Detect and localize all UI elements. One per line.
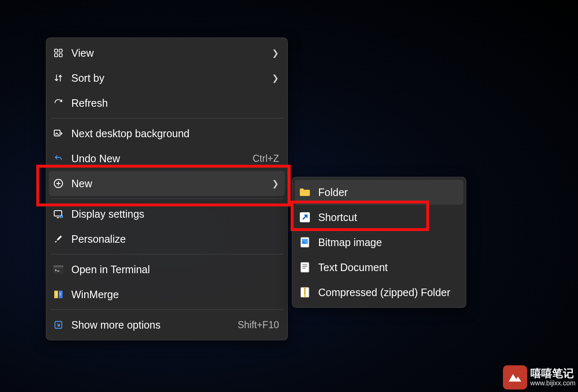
menu-divider	[50, 254, 283, 254]
menu-item-winmerge[interactable]: WinMerge	[49, 282, 285, 307]
menu-label: View	[71, 47, 272, 59]
svg-rect-2	[55, 54, 58, 57]
submenu-item-shortcut[interactable]: Shortcut	[295, 205, 463, 230]
zip-icon	[299, 286, 311, 298]
plus-circle-icon	[53, 178, 64, 189]
submenu-item-text-document[interactable]: Text Document	[295, 255, 463, 280]
text-document-icon	[299, 261, 311, 273]
menu-label: New	[71, 178, 272, 190]
next-background-icon	[53, 128, 64, 139]
menu-item-next-desktop-background[interactable]: Next desktop background	[49, 121, 285, 146]
menu-label: WinMerge	[71, 289, 279, 301]
menu-label: Sort by	[71, 72, 272, 84]
menu-shortcut: Shift+F10	[238, 319, 279, 331]
menu-item-refresh[interactable]: Refresh	[49, 90, 285, 116]
svg-rect-10	[54, 291, 58, 298]
expand-icon	[53, 319, 64, 330]
winmerge-icon	[53, 289, 64, 300]
desktop-context-menu[interactable]: View ❯ Sort by ❯ Refresh Next desktop ba…	[46, 38, 288, 340]
submenu-label: Compressed (zipped) Folder	[318, 286, 457, 299]
svg-rect-11	[59, 291, 63, 298]
menu-divider	[50, 309, 283, 310]
shortcut-icon	[299, 211, 311, 223]
menu-item-show-more-options[interactable]: Show more options Shift+F10	[49, 312, 285, 337]
refresh-icon	[53, 98, 64, 108]
menu-item-new[interactable]: New ❯	[49, 171, 285, 196]
chevron-right-icon: ❯	[272, 73, 279, 83]
terminal-icon	[53, 264, 64, 275]
svg-rect-3	[59, 54, 62, 57]
submenu-item-bitmap-image[interactable]: Bitmap image	[295, 230, 463, 255]
menu-divider	[50, 118, 283, 118]
paintbrush-icon	[53, 234, 64, 244]
menu-label: Next desktop background	[71, 128, 279, 140]
svg-rect-9	[53, 265, 63, 267]
submenu-label: Bitmap image	[318, 236, 457, 249]
menu-item-undo-new[interactable]: Undo New Ctrl+Z	[49, 146, 285, 171]
watermark-url: www.bijixx.com	[530, 379, 575, 387]
submenu-item-folder[interactable]: Folder	[295, 180, 463, 205]
menu-item-display-settings[interactable]: Display settings	[49, 201, 285, 226]
submenu-label: Text Document	[318, 261, 457, 274]
bitmap-icon	[299, 236, 311, 248]
menu-label: Open in Terminal	[71, 264, 279, 276]
menu-item-open-in-terminal[interactable]: Open in Terminal	[49, 257, 285, 282]
menu-label: Display settings	[71, 208, 279, 220]
menu-label: Undo New	[71, 153, 253, 165]
menu-label: Personalize	[71, 233, 279, 245]
menu-item-sort-by[interactable]: Sort by ❯	[49, 65, 285, 90]
display-settings-icon	[53, 209, 64, 219]
watermark-logo-icon	[503, 365, 527, 389]
svg-rect-16	[301, 262, 309, 272]
folder-icon	[299, 186, 311, 198]
svg-rect-0	[55, 49, 58, 52]
chevron-right-icon: ❯	[272, 48, 279, 58]
undo-icon	[53, 153, 64, 164]
chevron-right-icon: ❯	[272, 178, 279, 188]
svg-rect-1	[59, 49, 62, 52]
svg-point-7	[60, 215, 63, 218]
submenu-label: Shortcut	[318, 211, 457, 224]
new-submenu[interactable]: Folder Shortcut Bitmap image Text Docume…	[292, 177, 466, 308]
menu-divider	[50, 199, 283, 199]
submenu-label: Folder	[318, 186, 457, 199]
watermark-title: 嘻嘻笔记	[530, 368, 575, 379]
menu-item-view[interactable]: View ❯	[49, 40, 285, 65]
menu-shortcut: Ctrl+Z	[253, 153, 279, 164]
grid-icon	[53, 48, 64, 58]
menu-item-personalize[interactable]: Personalize	[49, 226, 285, 251]
watermark: 嘻嘻笔记 www.bijixx.com	[503, 365, 575, 389]
submenu-item-compressed-folder[interactable]: Compressed (zipped) Folder	[295, 280, 463, 305]
sort-icon	[53, 73, 64, 83]
menu-label: Refresh	[71, 97, 279, 109]
menu-label: Show more options	[71, 319, 238, 331]
